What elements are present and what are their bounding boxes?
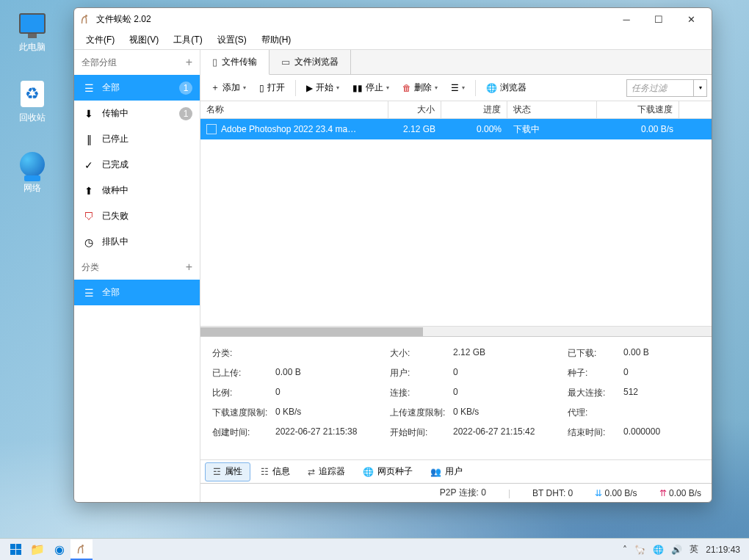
desktop-icon-label: 回收站: [10, 112, 54, 124]
menu-help[interactable]: 帮助(H): [256, 32, 297, 48]
sidebar-item-completed[interactable]: ✓ 已完成: [74, 152, 200, 178]
delete-button[interactable]: 🗑删除▾: [397, 78, 444, 98]
svg-point-0: [85, 15, 87, 17]
sidebar-item-stopped[interactable]: ‖ 已停止: [74, 126, 200, 152]
tray-chevron-icon[interactable]: ˄: [623, 545, 627, 555]
sidebar-category-all[interactable]: ☰ 全部: [74, 280, 200, 305]
toolbar: ＋添加▾ ▯打开 ▶开始▾ ▮▮停止▾ 🗑删除▾ ☰▾ 🌐浏览器 ▾: [200, 75, 712, 101]
filter-input[interactable]: [627, 80, 693, 96]
start-button[interactable]: ▶开始▾: [300, 78, 345, 98]
column-speed[interactable]: 下载速度: [597, 101, 679, 118]
signal-icon: ⇄: [308, 467, 315, 477]
sidebar-item-failed[interactable]: ⛉ 已失败: [74, 203, 200, 229]
browser-button[interactable]: 🌐浏览器: [480, 78, 532, 98]
minimize-button[interactable]: ─: [610, 9, 643, 29]
tray-network-icon[interactable]: 🌐: [653, 545, 664, 555]
details-tabs: ☲属性 ☷信息 ⇄追踪器 🌐网页种子 👥用户: [200, 459, 712, 483]
filter-box: ▾: [626, 79, 707, 97]
count-badge: 1: [179, 107, 192, 120]
horizontal-scrollbar[interactable]: [200, 326, 712, 336]
stop-button[interactable]: ▮▮停止▾: [347, 78, 395, 98]
detail-tab-webseed[interactable]: 🌐网页种子: [355, 462, 420, 481]
up-arrow-icon: ⇈: [659, 488, 667, 498]
menu-file[interactable]: 文件(F): [80, 32, 120, 48]
document-icon: ▯: [259, 83, 264, 93]
tray-app-icon[interactable]: 🦙: [634, 545, 645, 555]
system-tray: ˄ 🦙 🌐 🔊 英 21:19:43: [623, 543, 745, 556]
detail-tab-users[interactable]: 👥用户: [423, 462, 470, 481]
list-header: 名称 大小 进度 状态 下载速度: [200, 101, 712, 119]
statusbar: P2P 连接: 0 | BT DHT: 0 ⇊ 0.00 B/s ⇈ 0.00 …: [200, 483, 712, 502]
shield-icon: ⛉: [83, 211, 95, 222]
add-category-button[interactable]: +: [186, 261, 192, 274]
table-row[interactable]: Adobe Photoshop 2022 23.4 ma… 2.12 GB 0.…: [200, 119, 712, 139]
tray-volume-icon[interactable]: 🔊: [671, 545, 682, 555]
details-panel: 分类: 大小:2.12 GB 已下载:0.00 B 已上传:0.00 B 用户:…: [200, 336, 712, 483]
check-icon: ✓: [83, 159, 95, 171]
count-badge: 1: [179, 81, 192, 95]
desktop-icon-computer[interactable]: 此电脑: [10, 9, 54, 54]
task-name: Adobe Photoshop 2022 23.4 ma…: [221, 124, 356, 134]
more-button[interactable]: ☰▾: [445, 78, 471, 98]
app-window: 文件蜈蚣 2.02 ─ ☐ ✕ 文件(F) 视图(V) 工具(T) 设置(S) …: [73, 7, 712, 503]
tab-browser[interactable]: ▭ 文件浏览器: [269, 50, 351, 74]
task-list: Adobe Photoshop 2022 23.4 ma… 2.12 GB 0.…: [200, 119, 712, 326]
play-icon: ▶: [306, 83, 313, 93]
task-size: 2.12 GB: [388, 124, 441, 134]
gauge-icon: ◷: [83, 236, 95, 248]
detail-tab-tracker[interactable]: ⇄追踪器: [300, 462, 352, 481]
hamburger-icon: ☰: [83, 287, 95, 299]
desktop-icon-network[interactable]: 网络: [10, 150, 54, 194]
desktop-icon-label: 网络: [10, 182, 54, 194]
tray-ime[interactable]: 英: [690, 543, 698, 556]
sidebar-group-header: 全部分组 +: [74, 50, 200, 75]
globe-icon: 🌐: [363, 467, 374, 477]
tray-clock[interactable]: 21:19:43: [706, 545, 740, 555]
trash-icon: 🗑: [402, 83, 411, 93]
column-progress[interactable]: 进度: [441, 101, 507, 118]
sidebar-item-all[interactable]: ☰ 全部 1: [74, 75, 200, 101]
users-icon: 👥: [430, 467, 441, 477]
titlebar[interactable]: 文件蜈蚣 2.02 ─ ☐ ✕: [74, 8, 712, 30]
taskbar: 📁 ◉ ˄ 🦙 🌐 🔊 英 21:19:43: [0, 538, 749, 560]
menu-settings[interactable]: 设置(S): [211, 32, 253, 48]
pause-icon: ‖: [83, 134, 95, 145]
folder-icon: ▭: [281, 57, 290, 68]
sidebar-category-header: 分类 +: [74, 255, 200, 280]
down-arrow-icon: ⇊: [595, 488, 602, 498]
maximize-button[interactable]: ☐: [643, 9, 675, 29]
globe-icon: 🌐: [486, 83, 497, 93]
task-progress: 0.00%: [441, 124, 507, 134]
close-button[interactable]: ✕: [675, 9, 707, 29]
menu-view[interactable]: 视图(V): [123, 32, 164, 48]
add-button[interactable]: ＋添加▾: [205, 78, 252, 98]
detail-tab-info[interactable]: ☷信息: [253, 462, 297, 481]
sidebar-item-seeding[interactable]: ⬆ 做种中: [74, 178, 200, 203]
open-button[interactable]: ▯打开: [253, 78, 291, 98]
detail-tab-props[interactable]: ☲属性: [205, 462, 250, 481]
main-tabs: ▯ 文件传输 ▭ 文件浏览器: [200, 50, 712, 75]
hamburger-icon: ☰: [83, 82, 95, 94]
menu-tools[interactable]: 工具(T): [167, 32, 208, 48]
document-icon: ▯: [212, 57, 217, 68]
add-group-button[interactable]: +: [186, 56, 192, 69]
task-speed: 0.00 B/s: [597, 124, 679, 134]
column-status[interactable]: 状态: [507, 101, 597, 118]
pause-icon: ▮▮: [352, 83, 363, 93]
desktop-icon-label: 此电脑: [10, 41, 54, 54]
taskbar-app[interactable]: [70, 539, 93, 560]
window-title: 文件蜈蚣 2.02: [96, 13, 610, 26]
sidebar-item-transferring[interactable]: ⬇ 传输中 1: [74, 101, 200, 126]
sidebar-item-queued[interactable]: ◷ 排队中: [74, 229, 200, 255]
taskbar-edge[interactable]: ◉: [48, 539, 70, 560]
task-status: 下载中: [507, 123, 597, 136]
column-name[interactable]: 名称: [200, 101, 388, 118]
column-size[interactable]: 大小: [388, 101, 441, 118]
svg-point-1: [82, 545, 84, 547]
list-icon: ☲: [213, 467, 221, 477]
desktop-icon-recycle[interactable]: ♻ 回收站: [10, 79, 54, 124]
taskbar-explorer[interactable]: 📁: [26, 539, 48, 560]
tab-transfer[interactable]: ▯ 文件传输: [200, 50, 269, 75]
start-button[interactable]: [4, 539, 26, 560]
filter-dropdown[interactable]: ▾: [693, 80, 706, 96]
